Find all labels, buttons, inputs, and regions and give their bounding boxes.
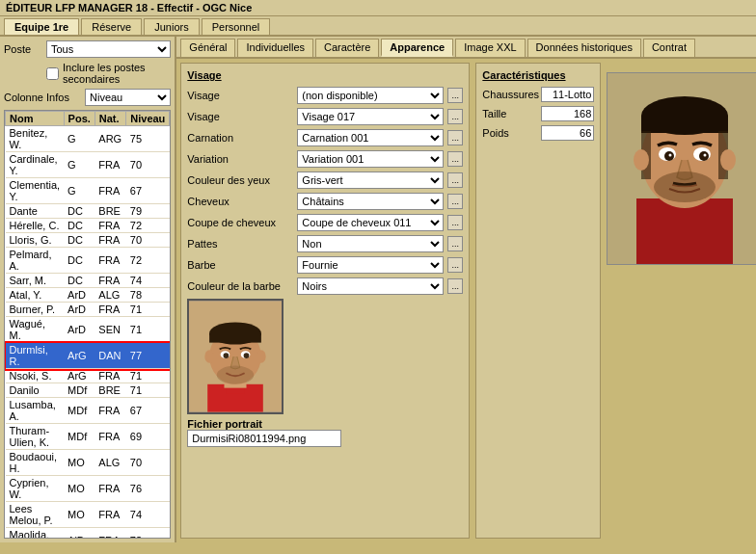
tab-contrat[interactable]: Contrat — [643, 39, 695, 57]
visage-field-select-7[interactable]: Non — [297, 235, 444, 252]
visage-field-row-5: CheveuxChâtains... — [187, 193, 463, 210]
player-niveau: 70 — [126, 152, 170, 178]
visage-field-btn-8[interactable]: ... — [447, 257, 463, 273]
player-nat: FRA — [94, 303, 125, 317]
table-row[interactable]: Atal, Y.ArDALG78 — [6, 288, 170, 303]
visage-field-btn-3[interactable]: ... — [447, 151, 463, 167]
caract-input-2[interactable] — [541, 125, 594, 141]
visage-field-label-1: Visage — [187, 111, 293, 122]
tab-individuelles[interactable]: Individuelles — [237, 39, 313, 57]
visage-field-btn-6[interactable]: ... — [447, 215, 463, 230]
tab-donnees-historiques[interactable]: Données historiques — [527, 39, 641, 57]
colonne-select[interactable]: Niveau — [85, 89, 171, 106]
visage-field-select-9[interactable]: Noirs — [297, 277, 444, 295]
tab-reserve[interactable]: Réserve — [81, 18, 142, 35]
big-face-portrait — [607, 72, 756, 265]
visage-field-select-1[interactable]: Visage 017 — [297, 108, 444, 125]
visage-field-select-2[interactable]: Carnation 001 — [297, 129, 444, 146]
player-pos: MO — [64, 502, 94, 528]
caract-input-1[interactable] — [541, 106, 594, 121]
visage-field-btn-4[interactable]: ... — [447, 172, 463, 188]
table-row[interactable]: Nsoki, S.ArGFRA71 — [6, 369, 170, 383]
table-row[interactable]: Hérelle, C.DCFRA72 — [6, 219, 170, 233]
poste-select[interactable]: Tous — [46, 40, 171, 58]
visage-field-row-1: VisageVisage 017... — [187, 108, 463, 125]
visage-field-btn-9[interactable]: ... — [447, 278, 463, 294]
player-nat: BRE — [94, 383, 125, 398]
table-row[interactable]: Cardinale, Y.GFRA70 — [6, 152, 170, 178]
visage-field-btn-0[interactable]: ... — [447, 88, 463, 103]
table-row[interactable]: Boudaoui, H.MOALG70 — [6, 450, 170, 476]
player-nat: DAN — [94, 343, 125, 369]
table-row[interactable]: Pelmard, A.DCFRA72 — [6, 248, 170, 274]
poste-label: Poste — [4, 43, 42, 55]
player-nat: ALG — [94, 450, 125, 476]
right-tabs: Général Individuelles Caractère Apparenc… — [176, 37, 756, 59]
visage-field-label-5: Cheveux — [187, 196, 293, 207]
player-niveau: 78 — [126, 288, 170, 303]
table-row[interactable]: DaniloMDfBRE71 — [6, 383, 170, 398]
table-row[interactable]: Durmlsi, R.ArGDAN77 — [6, 343, 170, 369]
visage-field-select-4[interactable]: Gris-vert — [297, 171, 444, 189]
player-nat: BRE — [94, 204, 125, 219]
player-niveau: 75 — [126, 126, 170, 152]
visage-field-btn-7[interactable]: ... — [447, 236, 463, 251]
visage-field-row-6: Coupe de cheveuxCoupe de cheveux 011... — [187, 214, 463, 231]
caract-field-row-2: Poids — [482, 125, 594, 141]
table-row[interactable]: Maolida, M.AiDFRA73 — [6, 528, 170, 540]
player-nom: Boudaoui, H. — [6, 450, 65, 476]
table-row[interactable]: Benitez, W.GARG75 — [6, 126, 170, 152]
visage-field-select-3[interactable]: Variation 001 — [297, 150, 444, 168]
include-checkbox[interactable] — [46, 67, 59, 80]
player-nom: Nsoki, S. — [6, 369, 65, 383]
caract-title: Caractéristiques — [482, 69, 594, 81]
player-nom: Atal, Y. — [6, 288, 65, 303]
table-row[interactable]: Lusamba, A.MDfFRA67 — [6, 398, 170, 424]
player-nom: Thuram-Ulien, K. — [6, 424, 65, 450]
player-nat: FRA — [94, 424, 125, 450]
player-nat: FRA — [94, 398, 125, 424]
player-nat: FRA — [94, 369, 125, 383]
tab-caractere[interactable]: Caractère — [315, 39, 379, 57]
visage-field-select-5[interactable]: Châtains — [297, 193, 444, 210]
visage-field-btn-2[interactable]: ... — [447, 130, 463, 145]
player-nom: Cardinale, Y. — [6, 152, 65, 178]
visage-field-label-9: Couleur de la barbe — [187, 280, 293, 292]
table-row[interactable]: Cyprien, W.MOFRA76 — [6, 476, 170, 502]
table-row[interactable]: Sarr, M.DCFRA74 — [6, 274, 170, 288]
visage-field-select-8[interactable]: Fournie — [297, 256, 444, 274]
col-pos: Pos. — [64, 112, 94, 126]
table-row[interactable]: DanteDCBRE79 — [6, 204, 170, 219]
player-niveau: 72 — [126, 219, 170, 233]
player-niveau: 79 — [126, 204, 170, 219]
table-row[interactable]: Wagué, M.ArDSEN71 — [6, 317, 170, 343]
player-pos: ArD — [64, 303, 94, 317]
player-nat: FRA — [94, 476, 125, 502]
svg-point-12 — [244, 353, 250, 358]
table-row[interactable]: Thuram-Ulien, K.MDfFRA69 — [6, 424, 170, 450]
table-row[interactable]: Burner, P.ArDFRA71 — [6, 303, 170, 317]
caract-input-0[interactable] — [541, 87, 594, 102]
player-niveau: 77 — [126, 343, 170, 369]
visage-field-label-3: Variation — [187, 153, 293, 165]
tab-equipe-1re[interactable]: Equipe 1re — [4, 18, 79, 35]
player-nat: ARG — [94, 126, 125, 152]
svg-point-7 — [205, 350, 215, 362]
visage-field-btn-1[interactable]: ... — [447, 109, 463, 124]
visage-field-select-0[interactable]: (non disponible) — [297, 87, 444, 104]
tab-apparence[interactable]: Apparence — [381, 39, 453, 57]
visage-field-btn-5[interactable]: ... — [447, 194, 463, 209]
visage-field-select-6[interactable]: Coupe de cheveux 011 — [297, 214, 444, 231]
visage-field-label-7: Pattes — [187, 238, 293, 250]
visage-field-row-2: CarnationCarnation 001... — [187, 129, 463, 146]
tab-image-xxl[interactable]: Image XXL — [455, 39, 525, 57]
portrait-section: Fichier portrait DurmisiRi08011994.png — [187, 299, 463, 447]
table-row[interactable]: Lloris, G.DCFRA70 — [6, 233, 170, 248]
tab-juniors[interactable]: Juniors — [144, 18, 199, 35]
title-text: ÉDITEUR LFP MANAGER 18 - Effectif - OGC … — [6, 2, 252, 13]
col-nom: Nom — [6, 112, 65, 126]
table-row[interactable]: Lees Melou, P.MOFRA74 — [6, 502, 170, 528]
tab-general[interactable]: Général — [180, 39, 235, 57]
tab-personnel[interactable]: Personnel — [202, 18, 271, 35]
table-row[interactable]: Clementia, Y.GFRA67 — [6, 178, 170, 204]
